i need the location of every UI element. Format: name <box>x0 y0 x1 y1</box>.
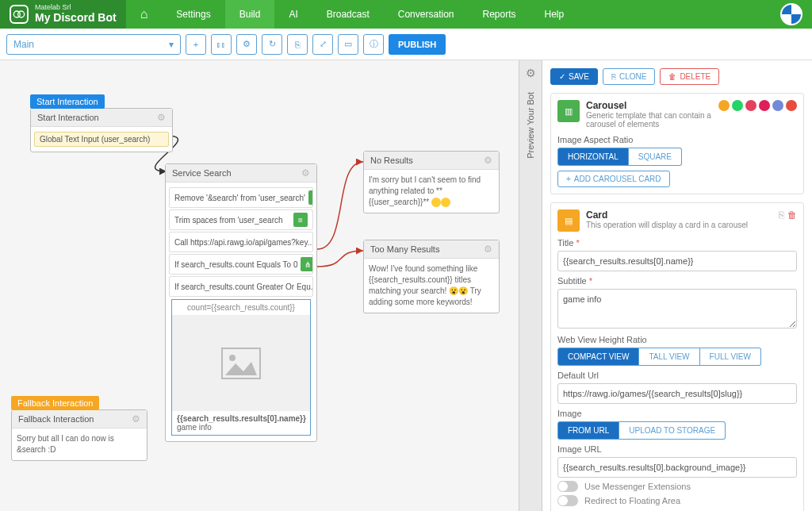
service-row[interactable]: Trim spaces from 'user_search≡ <box>169 209 313 230</box>
node-fallback[interactable]: Fallback Interaction Fallback Interactio… <box>11 409 147 461</box>
aspect-label: Image Aspect Ratio <box>557 135 797 144</box>
nav-reports[interactable]: Reports <box>469 0 530 29</box>
node-title: No Results <box>370 156 413 165</box>
section-desc: Generic template that can contain a caro… <box>586 111 712 129</box>
carousel-section: ▥ Carousel Generic template that can con… <box>550 93 804 194</box>
add-carousel-card-button[interactable]: + ADD CAROUSEL CARD <box>557 171 670 187</box>
node-title: Service Search <box>172 168 232 178</box>
platform-icons <box>718 100 797 111</box>
nav-ai[interactable]: AI <box>274 0 312 29</box>
url-input[interactable] <box>557 383 797 404</box>
delete-button[interactable]: 🗑 DELETE <box>660 68 719 85</box>
subtitle-input[interactable] <box>557 289 797 328</box>
svg-point-3 <box>229 355 236 361</box>
add-button[interactable]: + <box>186 34 206 55</box>
gear-icon[interactable]: ⚙ <box>301 167 310 179</box>
start-badge: Start Interaction <box>30 94 105 109</box>
node-title: Too Many Results <box>370 244 439 254</box>
info-icon[interactable]: ⓘ <box>363 34 384 55</box>
global-text-input-row[interactable]: Global Text Input (user_search) <box>34 132 169 147</box>
from-url-button[interactable]: FROM URL <box>557 421 619 440</box>
square-button[interactable]: SQUARE <box>629 148 682 166</box>
copy-icon[interactable]: ⎘ <box>287 34 308 55</box>
node-service-search[interactable]: Service Search ⚙ Remove '&search' from '… <box>165 163 317 442</box>
image-placeholder <box>172 316 310 411</box>
gear-icon[interactable]: ⚙ <box>236 34 257 55</box>
copy-icon[interactable]: ⎘ <box>779 209 784 221</box>
clone-button[interactable]: ⎘ CLONE <box>603 68 655 85</box>
subtitle-label: Subtitle * <box>557 276 797 286</box>
url-label: Default Url <box>557 371 797 380</box>
nav-broadcast[interactable]: Broadcast <box>312 0 384 29</box>
nav-conversation[interactable]: Conversation <box>384 0 469 29</box>
company-name: Matelab Srl <box>35 4 117 12</box>
nav-home[interactable]: ⌂ <box>126 0 163 29</box>
messenger-ext-label: Use Messenger Extensions <box>584 482 691 491</box>
card-preview[interactable]: count={{search_results.count}} {{search_… <box>171 299 311 436</box>
code-icon: ≡ <box>308 190 313 205</box>
gear-icon[interactable]: ⚙ <box>526 67 536 79</box>
node-title: Fallback Interaction <box>18 414 94 424</box>
svg-point-1 <box>18 11 25 17</box>
card-section: ▤ Card This operation will display a car… <box>550 202 804 511</box>
interaction-dropdown[interactable]: Main ▾ <box>6 34 181 55</box>
publish-button[interactable]: PUBLISH <box>389 34 446 55</box>
tall-view-button[interactable]: TALL VIEW <box>639 348 699 366</box>
chevron-down-icon: ▾ <box>169 39 174 50</box>
section-title: Card <box>586 209 748 221</box>
service-row[interactable]: If search_results.count Greater Or Equ..… <box>169 276 313 297</box>
code-icon: ≡ <box>293 213 308 227</box>
expand-icon[interactable]: ⤢ <box>312 34 333 55</box>
image-label: Image <box>557 409 797 418</box>
avatar[interactable] <box>780 3 802 25</box>
card-icon: ▤ <box>557 209 580 232</box>
bot-name: My Discord Bot <box>35 12 117 24</box>
stats-icon[interactable]: ⫾⫾ <box>211 34 232 55</box>
node-too-many-results[interactable]: Too Many Results ⚙ Wow! I've found somet… <box>363 240 500 313</box>
service-row[interactable]: Call https://api.rawg.io/api/games?key..… <box>169 232 313 252</box>
image-url-input[interactable] <box>557 457 797 478</box>
node-no-results[interactable]: No Results ⚙ I'm sorry but I can't seem … <box>363 151 500 213</box>
delete-icon[interactable]: 🗑 <box>787 209 797 221</box>
export-icon[interactable]: ↻ <box>262 34 282 55</box>
card-subtitle: game info <box>177 423 305 432</box>
gear-icon[interactable]: ⚙ <box>157 112 166 123</box>
home-icon: ⌂ <box>140 7 148 21</box>
nav-settings[interactable]: Settings <box>162 0 224 29</box>
carousel-icon: ▥ <box>557 100 580 122</box>
horizontal-button[interactable]: HORIZONTAL <box>557 148 629 166</box>
save-button[interactable]: ✓ SAVE <box>550 68 598 85</box>
gear-icon[interactable]: ⚙ <box>484 155 492 166</box>
upload-button[interactable]: UPLOAD TO STORAGE <box>619 421 726 440</box>
count-text: count={{search_results.count}} <box>172 300 310 316</box>
node-text: I'm sorry but I can't seem to find anyth… <box>364 170 499 213</box>
title-input[interactable] <box>557 251 797 271</box>
dropdown-label: Main <box>13 39 34 50</box>
node-title: Start Interaction <box>37 113 99 122</box>
node-start-interaction[interactable]: Start Interaction Start Interaction ⚙ Gl… <box>30 108 173 152</box>
properties-panel: ✓ SAVE ⎘ CLONE 🗑 DELETE ▥ Carousel Gener… <box>542 60 812 511</box>
compact-view-button[interactable]: COMPACT VIEW <box>557 348 639 366</box>
image-icon[interactable]: ▭ <box>338 34 358 55</box>
side-tab: ⚙ Preview Your Bot <box>519 60 542 511</box>
section-desc: This operation will display a card in a … <box>586 221 748 229</box>
messenger-ext-toggle[interactable] <box>557 481 578 492</box>
full-view-button[interactable]: FULL VIEW <box>700 348 761 366</box>
redirect-toggle[interactable] <box>557 495 578 506</box>
node-text: Wow! I've found something like {{search_… <box>364 259 499 313</box>
section-title: Carousel <box>586 100 712 111</box>
gear-icon[interactable]: ⚙ <box>132 413 140 425</box>
nav-help[interactable]: Help <box>530 0 579 29</box>
preview-tab[interactable]: Preview Your Bot <box>526 92 535 159</box>
title-label: Title * <box>557 238 797 248</box>
flow-canvas[interactable]: Start Interaction Start Interaction ⚙ Gl… <box>0 60 519 511</box>
branch-icon: ⋔ <box>301 257 313 271</box>
gear-icon[interactable]: ⚙ <box>484 244 492 255</box>
service-row[interactable]: If search_results.count Equals To 0⋔ <box>169 254 313 275</box>
redirect-label: Redirect to Floating Area <box>584 496 680 505</box>
webview-label: Web View Height Ratio <box>557 335 797 344</box>
service-row[interactable]: Remove '&search' from 'user_search'≡ <box>169 187 313 208</box>
card-title: {{search_results.results[0].name}} <box>177 414 305 423</box>
nav-build[interactable]: Build <box>225 0 275 29</box>
fallback-badge: Fallback Interaction <box>11 396 99 410</box>
